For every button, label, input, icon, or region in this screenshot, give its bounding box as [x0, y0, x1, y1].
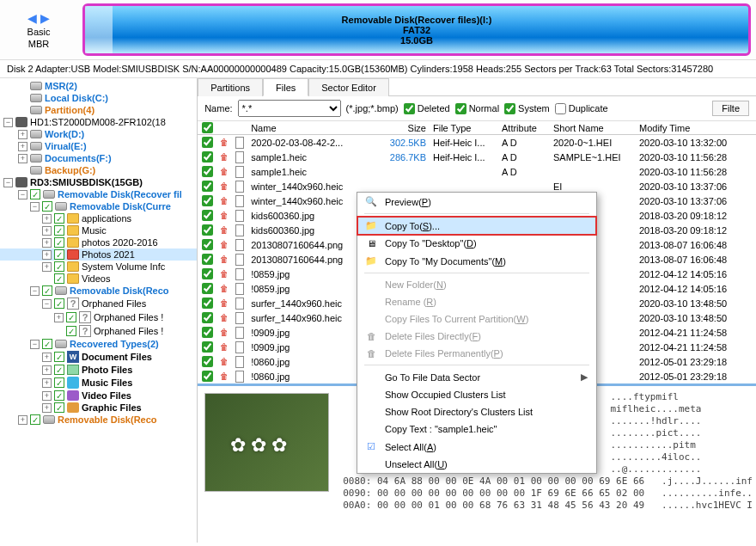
folder-icon	[67, 213, 79, 224]
video-icon	[67, 390, 79, 401]
row-checkbox[interactable]	[202, 371, 213, 382]
tree-apps[interactable]: +✓applications	[0, 212, 197, 224]
expand-icon[interactable]: +	[18, 130, 27, 139]
name-pattern-select[interactable]: *.*	[238, 100, 341, 117]
tree-rd3[interactable]: −RD3:SMIUSBDISK(15GB)	[0, 176, 197, 188]
tree-orphan[interactable]: −✓?Orphaned Files	[0, 297, 197, 310]
row-checkbox[interactable]	[202, 137, 213, 148]
row-checkbox[interactable]	[202, 181, 213, 192]
folder-icon	[67, 261, 79, 272]
tab-sector-editor[interactable]: Sector Editor	[308, 78, 389, 96]
tree-removable2[interactable]: +✓Removable Disk(Reco	[0, 414, 197, 426]
trash-icon: 🗑	[220, 225, 229, 235]
tree-workd[interactable]: +Work(D:)	[0, 128, 197, 140]
ctx-copy-desktop[interactable]: 🖥Copy To "Desktop"(D)	[357, 235, 596, 252]
tree-part4[interactable]: Partition(4)	[0, 104, 197, 116]
col-short[interactable]: Short Name	[550, 123, 636, 133]
cell-mtime: 2020-03-10 13:48:50	[636, 298, 756, 309]
cell-mtime: 2018-03-20 09:18:12	[636, 211, 756, 221]
tree-removable[interactable]: −✓Removable Disk(Recover fil	[0, 188, 197, 200]
tree-sysvol[interactable]: +✓System Volume Infc	[0, 261, 197, 273]
ctx-goto-sector[interactable]: Go To File Data Sector▶	[357, 368, 596, 386]
disk-icon	[55, 286, 67, 295]
tree-videos[interactable]: ✓Videos	[0, 273, 197, 285]
table-row[interactable]: 🗑2020-02-03-08-42-2...302.5KBHeif-Heic I…	[198, 135, 756, 150]
table-row[interactable]: 🗑sample1.heicA D2020-03-10 11:56:28	[198, 164, 756, 179]
file-icon	[235, 312, 244, 324]
preview-icon: 🔍	[364, 196, 378, 207]
disk-icon	[43, 415, 55, 424]
row-checkbox[interactable]	[202, 283, 213, 294]
row-checkbox[interactable]	[202, 166, 213, 177]
tree-rectypes[interactable]: −✓Recovered Types(2)	[0, 338, 197, 350]
mbr-box: ◀ ▶ Basic MBR	[0, 0, 77, 59]
cell-name: surfer_1440x960.heic	[247, 313, 369, 323]
ctx-copy-docs[interactable]: 📁Copy To "My Documents"(M)	[357, 252, 596, 270]
select-all-checkbox[interactable]	[202, 122, 213, 133]
cell-size: 286.7KB	[369, 152, 430, 163]
tree-orphan-sub1[interactable]: +✓?Orphaned Files !	[0, 310, 197, 324]
row-checkbox[interactable]	[202, 327, 213, 338]
row-checkbox[interactable]	[202, 151, 213, 163]
col-type[interactable]: File Type	[430, 123, 498, 133]
table-row[interactable]: 🗑sample1.heic286.7KBHeif-Heic I...A DSAM…	[198, 150, 756, 164]
ctx-show-clusters[interactable]: Show Occupied Clusters List	[357, 386, 596, 403]
tree-backupg[interactable]: Backup(G:)	[0, 164, 197, 176]
tree-removable-current[interactable]: −✓Removable Disk(Curre	[0, 200, 197, 212]
row-checkbox[interactable]	[202, 268, 213, 279]
nav-arrows-icon[interactable]: ◀ ▶	[27, 11, 50, 25]
col-size[interactable]: Size	[369, 123, 430, 133]
tree-photos2021[interactable]: +✓Photos 2021	[0, 248, 197, 261]
collapse-icon[interactable]: −	[3, 118, 13, 127]
cell-name: kids600360.jpg	[247, 225, 369, 236]
row-checkbox[interactable]	[202, 298, 213, 309]
hdd-icon	[15, 177, 27, 187]
cell-name: winter_1440x960.heic	[247, 181, 369, 192]
ctx-preview[interactable]: 🔍Preview(P)	[357, 193, 596, 211]
tree-viruale[interactable]: +Virual(E:)	[0, 140, 197, 152]
tree-docfiles[interactable]: +✓WDocument Files	[0, 350, 197, 364]
tree-photofiles[interactable]: +✓Photo Files	[0, 364, 197, 376]
tree-removable-reco[interactable]: −✓Removable Disk(Reco	[0, 285, 197, 297]
tree-music[interactable]: +✓Music	[0, 224, 197, 236]
tree-graphicfiles[interactable]: +✓Graphic Files	[0, 402, 197, 414]
row-checkbox[interactable]	[202, 224, 213, 236]
ctx-select-all[interactable]: ☑Select All(A)	[357, 438, 596, 456]
tree-orphan-sub2[interactable]: ✓?Orphaned Files !	[0, 324, 197, 338]
system-checkbox[interactable]: System	[504, 103, 550, 114]
row-checkbox[interactable]	[202, 195, 213, 206]
tab-partitions[interactable]: Partitions	[198, 78, 263, 96]
tab-files[interactable]: Files	[263, 78, 308, 96]
cell-mtime: 2012-05-01 23:29:18	[636, 371, 756, 382]
row-checkbox[interactable]	[202, 312, 213, 323]
disk-icon	[30, 82, 42, 90]
tree-photos2016[interactable]: +✓photos 2020-2016	[0, 236, 197, 248]
ctx-copy-text[interactable]: Copy Text : "sample1.heic"	[357, 420, 596, 438]
col-attr[interactable]: Attribute	[498, 123, 550, 133]
cell-name: surfer_1440x960.heic	[247, 298, 369, 309]
unknown-icon: ?	[67, 298, 79, 310]
col-mtime[interactable]: Modify Time	[636, 123, 756, 133]
row-checkbox[interactable]	[202, 210, 213, 221]
ctx-copy-to[interactable]: 📁Copy To(S)...	[357, 217, 596, 235]
row-checkbox[interactable]	[202, 254, 213, 265]
partition-bar[interactable]: Removable Disk(Recover files)(I:) FAT32 …	[82, 3, 751, 56]
row-checkbox[interactable]	[202, 341, 213, 353]
filter-button[interactable]: Filte	[712, 101, 749, 116]
tree-hd1[interactable]: −HD1:ST2000DM008-2FR102(18	[0, 116, 197, 128]
tree-docsf[interactable]: +Documents(F:)	[0, 152, 197, 164]
ctx-unselect-all[interactable]: Unselect All(U)	[357, 456, 596, 473]
col-name[interactable]: Name	[247, 123, 369, 133]
normal-checkbox[interactable]: Normal	[455, 103, 499, 114]
row-checkbox[interactable]	[202, 239, 213, 250]
tree-localc[interactable]: Local Disk(C:)	[0, 92, 197, 104]
ctx-show-root[interactable]: Show Root Directory's Clusters List	[357, 403, 596, 420]
row-checkbox[interactable]	[202, 356, 213, 367]
tree-msr[interactable]: MSR(2)	[0, 80, 197, 92]
checkbox-icon[interactable]: ✓	[30, 189, 40, 199]
disk-icon	[30, 130, 42, 138]
tree-videofiles[interactable]: +✓Video Files	[0, 390, 197, 402]
tree-musicfiles[interactable]: +✓Music Files	[0, 376, 197, 390]
deleted-checkbox[interactable]: Deleted	[404, 103, 450, 114]
duplicate-checkbox[interactable]: Duplicate	[555, 103, 608, 114]
